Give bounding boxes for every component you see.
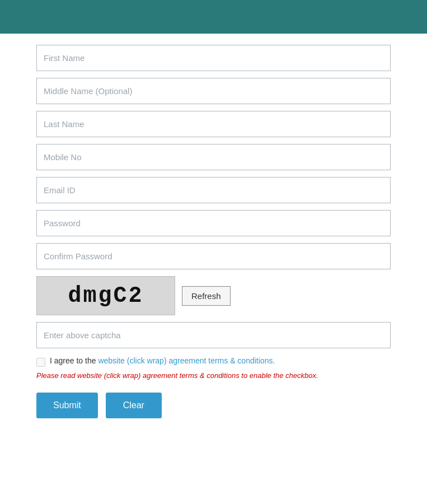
agree-link[interactable]: website (click wrap) agreement terms & c… (98, 356, 275, 365)
agree-label: I agree to the website (click wrap) agre… (50, 356, 275, 365)
mobile-no-field[interactable] (36, 144, 391, 170)
middle-name-input[interactable] (36, 78, 391, 104)
email-id-field[interactable] (36, 177, 391, 203)
agree-section: I agree to the website (click wrap) agre… (36, 356, 391, 381)
confirm-password-field[interactable] (36, 243, 391, 269)
last-name-field[interactable] (36, 111, 391, 137)
mobile-no-input[interactable] (36, 144, 391, 170)
captcha-input[interactable] (36, 322, 391, 348)
middle-name-field[interactable] (36, 78, 391, 104)
submit-button[interactable]: Submit (36, 393, 98, 418)
agree-row: I agree to the website (click wrap) agre… (36, 356, 391, 367)
captcha-input-field[interactable] (36, 322, 391, 348)
captcha-row: dmgC2 Refresh (36, 276, 391, 315)
refresh-button[interactable]: Refresh (182, 286, 231, 306)
last-name-input[interactable] (36, 111, 391, 137)
confirm-password-input[interactable] (36, 243, 391, 269)
agree-prefix: I agree to the (50, 356, 98, 365)
captcha-display: dmgC2 (68, 283, 143, 309)
button-row: Submit Clear (36, 393, 391, 418)
header-bar (0, 0, 427, 34)
clear-button[interactable]: Clear (106, 393, 162, 418)
registration-form: dmgC2 Refresh I agree to the website (cl… (0, 34, 427, 435)
password-input[interactable] (36, 210, 391, 236)
password-field[interactable] (36, 210, 391, 236)
first-name-field[interactable] (36, 45, 391, 71)
agree-checkbox[interactable] (36, 358, 45, 367)
captcha-image: dmgC2 (36, 276, 175, 315)
first-name-input[interactable] (36, 45, 391, 71)
email-id-input[interactable] (36, 177, 391, 203)
warning-text: Please read website (click wrap) agreeme… (36, 370, 391, 381)
